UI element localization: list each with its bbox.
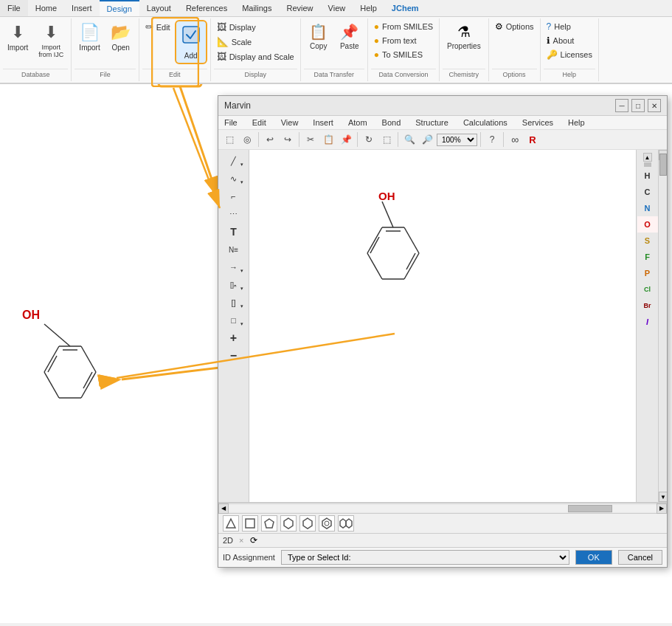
hscroll-right[interactable]: ▶ <box>657 503 667 514</box>
r-group-tool[interactable]: R <box>524 131 541 148</box>
copy-tool-button[interactable]: 📋 <box>320 131 336 148</box>
marvin-menu-services[interactable]: Services <box>519 117 556 128</box>
tab-design[interactable]: Design <box>100 0 139 16</box>
tab-references[interactable]: References <box>179 0 235 16</box>
bracket-tool[interactable]: [] <box>223 295 245 311</box>
tab-file[interactable]: File <box>0 0 28 16</box>
chain-tool[interactable]: ∞ <box>507 131 523 148</box>
vscroll-thumb[interactable] <box>659 154 667 176</box>
ok-button[interactable]: OK <box>575 550 612 565</box>
marvin-menu-structure[interactable]: Structure <box>412 117 451 128</box>
zoom-out-button[interactable]: 🔎 <box>419 131 435 148</box>
selection-tool[interactable]: ⬚ <box>221 131 238 148</box>
tab-layout[interactable]: Layout <box>139 0 179 16</box>
tab-help[interactable]: Help <box>353 0 384 16</box>
shape-hexagon[interactable] <box>299 515 316 532</box>
element-S[interactable]: S <box>637 233 658 249</box>
marvin-menu-view[interactable]: View <box>278 117 302 128</box>
minimize-button[interactable]: ─ <box>615 99 628 112</box>
numbered-list-tool[interactable]: N≡ <box>223 241 245 258</box>
marvin-menu-edit[interactable]: Edit <box>249 117 269 128</box>
copy-button[interactable]: 📋 Copy <box>304 20 333 53</box>
element-Cl[interactable]: Cl <box>637 281 658 297</box>
element-O[interactable]: O <box>637 216 658 233</box>
tab-view[interactable]: View <box>321 0 353 16</box>
element-C[interactable]: C <box>637 184 658 200</box>
add-button[interactable]: Add <box>175 20 207 64</box>
shape-triangle[interactable] <box>223 515 239 532</box>
erase-tool[interactable]: ⌐ <box>223 188 245 204</box>
text-tool[interactable]: T <box>223 224 245 240</box>
tab-insert[interactable]: Insert <box>64 0 100 16</box>
tab-jchem[interactable]: JChem <box>384 0 426 16</box>
shape-double-ring[interactable] <box>338 515 354 532</box>
cancel-button[interactable]: Cancel <box>618 550 662 565</box>
about-button[interactable]: ℹ About <box>544 34 595 47</box>
paste-tool-button[interactable]: 📌 <box>338 131 354 148</box>
marvin-menu-insert[interactable]: Insert <box>310 117 336 128</box>
shape-pentagon5[interactable] <box>261 515 277 532</box>
paste-button[interactable]: 📌 Paste <box>335 20 364 53</box>
display-button[interactable]: 🖼 Display <box>214 20 297 34</box>
help-tool-button[interactable]: ? <box>484 131 500 148</box>
hscroll-thumb[interactable] <box>568 505 612 512</box>
from-text-button[interactable]: ● From text <box>371 34 436 47</box>
bracket-n-tool[interactable]: []ₙ <box>223 277 245 293</box>
refresh-button[interactable]: ⟳ <box>250 535 257 546</box>
hscroll-left[interactable]: ◀ <box>218 503 229 514</box>
scale-button[interactable]: 📐 Scale <box>214 35 297 49</box>
dashed-tool[interactable]: ⋯ <box>223 206 245 222</box>
rotate-button[interactable]: ↻ <box>361 131 377 148</box>
element-I[interactable]: I <box>637 314 658 330</box>
tab-review[interactable]: Review <box>280 0 321 16</box>
element-Br[interactable]: Br <box>637 297 658 314</box>
add-plus-tool[interactable]: + <box>223 330 245 346</box>
tab-mailings[interactable]: Mailings <box>235 0 279 16</box>
from-smiles-button[interactable]: ● From SMILES <box>371 20 436 33</box>
help-button[interactable]: ? Help <box>544 20 595 33</box>
tab-home[interactable]: Home <box>28 0 64 16</box>
lasso-tool[interactable]: ◎ <box>239 131 255 148</box>
import-ijc-button[interactable]: ⬇ Importfrom IJC <box>34 20 68 61</box>
element-H[interactable]: H <box>637 168 658 184</box>
right-scroll-up[interactable]: ▲ <box>643 153 652 162</box>
marvin-scrollbar-v[interactable]: ▲ ▼ <box>658 150 667 502</box>
mirror-button[interactable]: ⬚ <box>378 131 395 148</box>
chain-bond-tool[interactable]: ∿ <box>223 171 245 187</box>
properties-button[interactable]: ⚗ Properties <box>443 20 485 53</box>
display-scale-button[interactable]: 🖼 Display and Scale <box>214 49 297 63</box>
help-icon: ? <box>547 21 552 32</box>
marvin-menu-help[interactable]: Help <box>565 117 588 128</box>
undo-button[interactable]: ↩ <box>262 131 278 148</box>
minus-tool[interactable]: − <box>223 348 245 364</box>
import-button[interactable]: ⬇ Import <box>3 20 32 55</box>
edit-small-button[interactable]: ✏ Edit <box>142 20 173 34</box>
to-smiles-button[interactable]: ● To SMILES <box>371 48 436 61</box>
licenses-button[interactable]: 🔑 Licenses <box>544 48 595 61</box>
marvin-menu-calculations[interactable]: Calculations <box>460 117 510 128</box>
bond-tool[interactable]: ╱ <box>223 153 245 169</box>
shape-square[interactable] <box>242 515 258 532</box>
import-file-button[interactable]: 📄 Import <box>75 20 104 55</box>
shape-pentagon6[interactable] <box>280 515 297 532</box>
element-P[interactable]: P <box>637 265 658 281</box>
element-F[interactable]: F <box>637 249 658 265</box>
marvin-menu-atom[interactable]: Atom <box>345 117 370 128</box>
zoom-select[interactable]: 100% 50% 150% 200% <box>437 134 477 146</box>
shape-rect-tool[interactable]: □ <box>223 312 245 329</box>
redo-button[interactable]: ↪ <box>280 131 296 148</box>
element-N[interactable]: N <box>637 200 658 216</box>
marvin-menu-bond[interactable]: Bond <box>379 117 404 128</box>
vscroll-down[interactable]: ▼ <box>659 492 667 502</box>
open-button[interactable]: 📂 Open <box>106 20 136 55</box>
arrow-tool[interactable]: → <box>223 259 245 275</box>
shape-benzene[interactable] <box>319 515 335 532</box>
zoom-in-button[interactable]: 🔍 <box>401 131 418 148</box>
maximize-button[interactable]: □ <box>631 99 645 112</box>
options-button[interactable]: ⚙ Options <box>492 20 537 33</box>
close-button[interactable]: ✕ <box>648 99 661 112</box>
id-select[interactable]: Type or Select Id: <box>281 550 569 565</box>
marvin-canvas[interactable]: OH <box>249 150 636 502</box>
marvin-menu-file[interactable]: File <box>221 117 240 128</box>
cut-button[interactable]: ✂ <box>302 131 319 148</box>
